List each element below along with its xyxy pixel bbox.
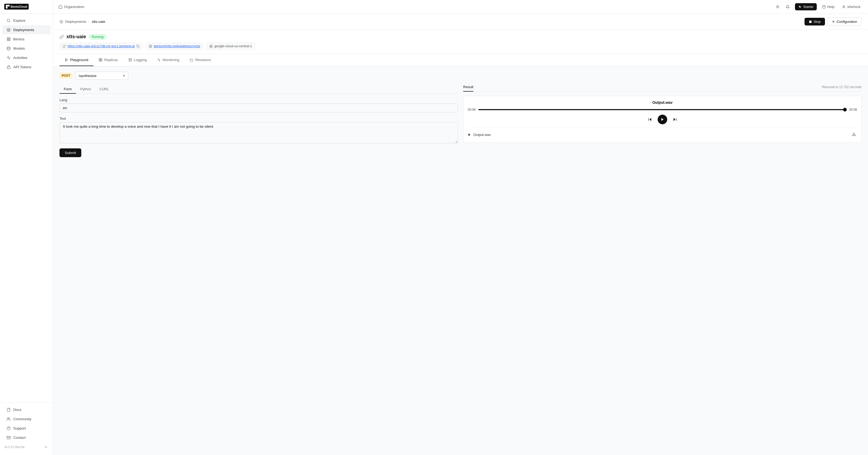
breadcrumb-sep: ›: [88, 20, 90, 24]
theme-button[interactable]: [774, 3, 782, 11]
result-meta: Returned in 12.752 seconds: [822, 85, 862, 89]
starter-label: Starter: [803, 5, 813, 9]
tab-revisions[interactable]: Revisions: [185, 54, 216, 66]
svg-marker-48: [661, 118, 663, 121]
user-menu-button[interactable]: sherlock: [840, 3, 863, 10]
sidebar-item-explore[interactable]: Explore: [2, 16, 51, 25]
org-label-text: Organization: [64, 5, 85, 9]
svg-marker-51: [468, 133, 471, 136]
deployment-url[interactable]: https://xtts-uaie-e3c1c7db.mt-guc1.bento…: [60, 43, 143, 50]
org-icon: [58, 5, 62, 9]
tab-playground[interactable]: Playground: [60, 54, 93, 66]
deployment-bento[interactable]: bentoml/xtts:lve6viwbhwozyn2e: [146, 43, 203, 50]
url-link[interactable]: https://xtts-uaie-e3c1c7db.mt-guc1.bento…: [67, 44, 135, 48]
text-field-group: Text It took me quite a long time to dev…: [60, 117, 458, 144]
sidebar-item-deployments[interactable]: Deployments: [2, 25, 51, 34]
sidebar-item-support[interactable]: Support: [2, 424, 51, 433]
audio-filename: Output.wav: [468, 100, 857, 105]
svg-point-10: [7, 47, 10, 48]
help-button[interactable]: Help: [820, 3, 837, 10]
page-actions: Stop Configuration: [805, 18, 862, 26]
endpoint-selector[interactable]: /synthesize ▾: [75, 72, 128, 79]
audio-time-start: 00:06: [468, 108, 476, 111]
skip-back-button[interactable]: [647, 116, 653, 123]
configuration-button[interactable]: Configuration: [827, 18, 862, 26]
tab-replicas[interactable]: Replicas: [93, 54, 123, 66]
docs-icon: [6, 408, 11, 412]
svg-rect-1: [8, 5, 10, 7]
submit-label: Submit: [65, 151, 76, 155]
sub-tab-form[interactable]: Form: [60, 85, 76, 94]
sidebar-item-label-api-tokens: API Tokens: [13, 65, 31, 69]
svg-rect-34: [149, 46, 150, 47]
copy-icon[interactable]: [136, 44, 140, 48]
org-button[interactable]: Organization: [58, 5, 85, 9]
audio-file-play[interactable]: Output.wav: [468, 133, 491, 137]
collapse-button[interactable]: [43, 444, 49, 450]
lang-field-group: Lang: [60, 98, 458, 112]
sub-tab-curl[interactable]: CURL: [95, 85, 113, 94]
playground-body: Form Python CURL Lang Tex: [60, 85, 862, 157]
sidebar-item-activities[interactable]: Activities: [2, 53, 51, 62]
tab-revisions-label: Revisions: [195, 58, 211, 62]
svg-rect-35: [151, 46, 152, 47]
breadcrumb-current: xtts-uaie: [92, 20, 105, 24]
svg-rect-33: [151, 45, 152, 46]
breadcrumb-deployments-link[interactable]: Deployments: [65, 20, 86, 24]
svg-rect-6: [7, 37, 8, 38]
sidebar-item-docs[interactable]: Docs: [2, 405, 51, 414]
models-icon: [6, 46, 11, 51]
sidebar-item-contact[interactable]: Contact: [2, 433, 51, 442]
community-icon: [6, 417, 11, 421]
deployment-chain-icon: [60, 35, 64, 39]
theme-icon: [776, 5, 780, 9]
svg-line-19: [779, 8, 779, 8]
audio-time-end: 00:06: [849, 108, 857, 111]
svg-point-26: [843, 5, 844, 7]
logo[interactable]: BentoCloud: [0, 0, 53, 13]
notifications-button[interactable]: [784, 3, 792, 11]
endpoint-text: /synthesize: [79, 74, 97, 78]
stop-button[interactable]: Stop: [805, 18, 825, 26]
sidebar-item-bentos[interactable]: Bentos: [2, 34, 51, 43]
tab-playground-label: Playground: [70, 58, 88, 62]
sub-tab-python[interactable]: Python: [76, 85, 95, 94]
tab-monitoring[interactable]: Monitoring: [152, 54, 185, 66]
contact-icon: [6, 435, 11, 440]
bell-icon: [786, 5, 789, 9]
svg-rect-2: [6, 7, 8, 9]
help-label: Help: [827, 5, 835, 9]
starter-button[interactable]: Starter: [795, 3, 817, 10]
svg-rect-32: [149, 45, 150, 46]
bento-link[interactable]: bentoml/xtts:lve6viwbhwozyn2e: [154, 44, 200, 48]
sidebar-item-community[interactable]: Community: [2, 414, 51, 423]
sidebar-version: v0.3.27-5fce7fa: [0, 442, 53, 452]
text-input[interactable]: It took me quite a long time to develop …: [60, 122, 458, 143]
sidebar-nav: Explore Deployments Bentos Models: [0, 13, 53, 402]
play-button[interactable]: [658, 115, 667, 124]
api-tokens-icon: [6, 65, 11, 69]
bento-link-icon: [149, 44, 152, 48]
deployment-region: google-cloud-us-central-1: [206, 43, 255, 50]
main-tabs: Playground Replicas Logging Monitoring R…: [53, 54, 868, 66]
tab-logging[interactable]: Logging: [123, 54, 152, 66]
sidebar-item-models[interactable]: Models: [2, 44, 51, 53]
tab-replicas-label: Replicas: [104, 58, 118, 62]
sidebar-item-api-tokens[interactable]: API Tokens: [2, 62, 51, 71]
download-button[interactable]: [851, 131, 857, 138]
sidebar-item-label-docs: Docs: [13, 408, 22, 412]
svg-rect-39: [99, 58, 100, 60]
explore-icon: [6, 18, 11, 23]
tab-logging-label: Logging: [134, 58, 147, 62]
tab-monitoring-label: Monitoring: [162, 58, 179, 62]
audio-progress-bar[interactable]: [478, 109, 846, 110]
skip-forward-button[interactable]: [672, 116, 678, 123]
svg-point-12: [7, 417, 9, 419]
lang-input[interactable]: [60, 103, 458, 112]
user-icon: [842, 5, 846, 9]
sidebar-item-label-contact: Contact: [13, 435, 26, 440]
starter-icon: [798, 5, 802, 8]
sub-tab-python-label: Python: [80, 87, 91, 91]
svg-rect-41: [99, 60, 100, 61]
submit-button[interactable]: Submit: [60, 149, 81, 157]
